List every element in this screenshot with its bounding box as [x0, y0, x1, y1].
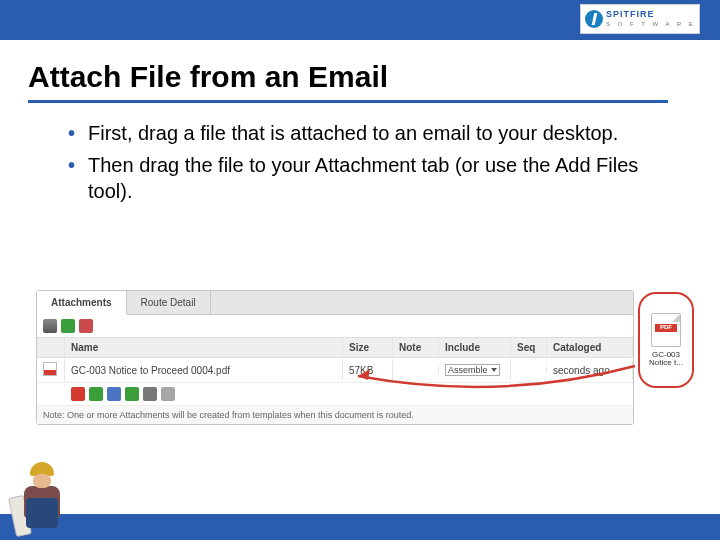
col-seq: Seq: [511, 338, 547, 357]
row-cataloged: seconds ago: [547, 361, 633, 380]
attachments-panel: Attachments Route Detail Name Size Note …: [36, 290, 634, 425]
spitfire-icon: [585, 10, 603, 28]
action-pdf-icon[interactable]: [71, 387, 85, 401]
row-note: [393, 366, 439, 374]
tab-route-detail[interactable]: Route Detail: [127, 291, 211, 314]
tab-attachments[interactable]: Attachments: [37, 291, 127, 315]
pdf-icon: [43, 362, 57, 376]
bullet-list: First, drag a file that is attached to a…: [68, 120, 658, 210]
action-properties-icon[interactable]: [143, 387, 157, 401]
include-select[interactable]: Assemble: [445, 364, 500, 376]
row-size: 57KB: [343, 361, 393, 380]
bottom-bar: [0, 514, 720, 540]
action-download-icon[interactable]: [107, 387, 121, 401]
row-seq: [511, 366, 547, 374]
action-more-icon[interactable]: [161, 387, 175, 401]
title-underline: [28, 100, 668, 103]
add-files-icon[interactable]: [61, 319, 75, 333]
desktop-file[interactable]: GC-003 Notice t...: [638, 292, 694, 388]
brand-name: SPITFIRE: [606, 9, 655, 19]
row-file-icon: [37, 358, 65, 382]
bullet-item: First, drag a file that is attached to a…: [68, 120, 658, 146]
worker-illustration: [16, 462, 70, 540]
remove-file-icon[interactable]: [79, 319, 93, 333]
col-include: Include: [439, 338, 511, 357]
toolbar-menu-icon[interactable]: [43, 319, 57, 333]
col-name: Name: [65, 338, 343, 357]
brand-subtitle: S O F T W A R E: [606, 19, 696, 29]
panel-toolbar: [37, 315, 633, 338]
row-include[interactable]: Assemble: [439, 360, 511, 380]
row-name: GC-003 Notice to Proceed 0004.pdf: [65, 361, 343, 380]
pdf-file-icon: [651, 313, 681, 347]
tab-strip: Attachments Route Detail: [37, 291, 633, 315]
chevron-down-icon: [491, 368, 497, 372]
bullet-item: Then drag the file to your Attachment ta…: [68, 152, 658, 204]
panel-note: Note: One or more Attachments will be cr…: [37, 406, 633, 424]
action-refresh-icon[interactable]: [125, 387, 139, 401]
table-row[interactable]: GC-003 Notice to Proceed 0004.pdf 57KB A…: [37, 358, 633, 383]
table-header: Name Size Note Include Seq Cataloged: [37, 338, 633, 358]
col-icon: [37, 338, 65, 357]
file-caption: GC-003 Notice t...: [649, 351, 683, 367]
col-cataloged: Cataloged: [547, 338, 633, 357]
slide-title: Attach File from an Email: [28, 60, 388, 94]
col-size: Size: [343, 338, 393, 357]
brand-text: SPITFIRE S O F T W A R E: [606, 9, 696, 29]
brand-logo: SPITFIRE S O F T W A R E: [580, 4, 700, 34]
row-actions: [37, 383, 633, 406]
action-upload-icon[interactable]: [89, 387, 103, 401]
col-note: Note: [393, 338, 439, 357]
